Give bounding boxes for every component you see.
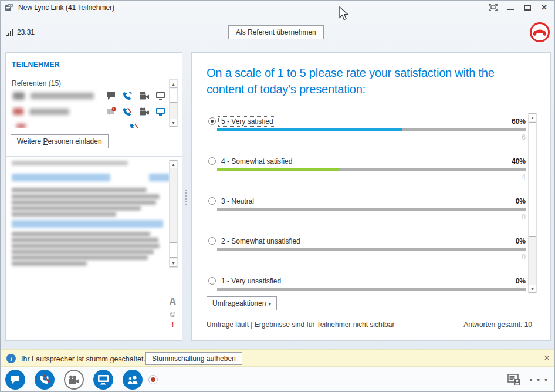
radio-button[interactable] [208, 237, 216, 245]
message-input[interactable]: A ☺ ! [6, 293, 182, 340]
participant-row[interactable] [6, 89, 183, 105]
poll-result-bar [217, 248, 526, 251]
poll-option: 3 - Neutral 0% 0 [208, 197, 526, 205]
poll-option-label[interactable]: 4 - Somewhat satisfied [219, 157, 295, 166]
chat-scrollbar[interactable]: ▲ ▼ [169, 160, 178, 268]
scroll-down-icon[interactable]: ▼ [170, 259, 177, 267]
scrollbar-thumb[interactable] [529, 122, 536, 237]
call-quality-icon [6, 29, 13, 36]
participant-avatar [13, 108, 23, 115]
poll-scrollbar[interactable]: ▲ ▼ [528, 113, 537, 293]
recording-indicator [148, 375, 158, 384]
minimize-icon[interactable] [507, 5, 514, 10]
notification-close-icon[interactable]: ✕ [544, 354, 550, 362]
scroll-down-icon[interactable]: ▼ [529, 285, 536, 293]
poll-option-percent: 60% [512, 117, 526, 126]
chat-message-blurred [12, 244, 160, 248]
hangup-phone-icon [533, 29, 546, 36]
video-camera-icon [139, 92, 149, 100]
participant-row[interactable] [6, 121, 183, 128]
invite-people-button[interactable]: Weitere Personen einladen [11, 134, 109, 148]
radio-button[interactable] [208, 197, 216, 205]
maximize-icon[interactable] [524, 5, 531, 11]
participants-chat-panel: TEILNEHMER Referenten (15) ! [5, 52, 182, 341]
people-icon [127, 375, 138, 385]
monitor-icon [97, 374, 109, 385]
chat-link-blurred [12, 220, 163, 228]
scroll-down-icon[interactable]: ▼ [170, 119, 177, 127]
svg-text:!: ! [113, 107, 114, 111]
phone-muted-icon [123, 107, 133, 116]
more-options-icon[interactable]: • • • [530, 375, 549, 384]
participant-avatar [13, 92, 25, 100]
im-icon [106, 92, 116, 100]
video-camera-icon [68, 375, 80, 385]
present-button[interactable] [93, 370, 113, 390]
scroll-up-icon[interactable]: ▲ [170, 160, 177, 168]
poll-option-percent: 40% [512, 157, 526, 165]
participant-name [29, 109, 69, 115]
call-controls-toolbar: • • • [1, 367, 555, 392]
chat-message-blurred [12, 261, 87, 266]
chat-link-blurred [12, 174, 110, 181]
radio-button[interactable] [208, 117, 216, 125]
chat-history[interactable]: ▲ ▼ [6, 156, 182, 292]
chat-message-blurred [12, 200, 156, 205]
contact-card-icon[interactable] [507, 374, 522, 386]
importance-icon[interactable]: ! [171, 320, 174, 329]
radio-button[interactable] [208, 157, 216, 165]
unmute-button[interactable]: Stummschaltung aufheben [145, 352, 242, 365]
participant-avatar [16, 124, 26, 128]
chat-message-blurred [12, 188, 147, 192]
take-presenter-button[interactable]: Als Referent übernehmen [228, 25, 324, 39]
phone-muted-icon [130, 123, 140, 128]
mute-notification-bar: i Ihr Lautsprecher ist stumm geschaltet.… [1, 349, 555, 367]
im-button[interactable] [5, 370, 25, 390]
participants-button[interactable] [123, 370, 143, 390]
chat-message-blurred [12, 238, 158, 242]
scrollbar-thumb[interactable] [170, 89, 177, 103]
participant-list[interactable]: ! [6, 89, 183, 128]
poll-option-percent: 0% [516, 237, 526, 245]
participants-panel-title: TEILNEHMER [12, 60, 60, 69]
radio-button[interactable] [208, 277, 216, 285]
poll-result-bar-fill [217, 128, 402, 131]
scroll-up-icon[interactable]: ▲ [529, 113, 536, 121]
poll-option-percent: 0% [516, 197, 526, 205]
lync-app-icon [5, 4, 13, 12]
poll-actions-button[interactable]: Umfrageaktionen▾ [207, 296, 277, 310]
info-icon: i [6, 354, 16, 363]
poll-option-label[interactable]: 5 - Very satisfied [219, 117, 276, 126]
panel-splitter-handle[interactable] [185, 190, 187, 208]
mute-call-button[interactable] [35, 370, 55, 390]
scrollbar-thumb[interactable] [170, 242, 177, 258]
video-button[interactable] [64, 370, 84, 390]
chat-message-blurred [12, 161, 128, 165]
close-icon[interactable]: ✕ [541, 4, 547, 11]
chat-message-blurred [12, 255, 148, 260]
font-format-icon[interactable]: A [170, 296, 177, 307]
participant-name [31, 93, 94, 99]
scroll-up-icon[interactable]: ▲ [170, 80, 177, 88]
poll-stage-panel: On a scale of 1 to 5 please rate your sa… [191, 52, 551, 341]
participant-row[interactable]: ! [6, 105, 183, 121]
participants-scrollbar[interactable]: ▲ ▼ [169, 79, 178, 127]
hangup-button[interactable] [530, 22, 550, 42]
monitor-icon [155, 92, 165, 100]
presenters-group-label: Referenten (15) [12, 79, 61, 87]
lync-meeting-window: New Lync Link (41 Teilnehmer) ✕ 23:31 Al… [0, 0, 555, 392]
poll-option-label[interactable]: 1 - Very unsatisfied [219, 276, 283, 286]
chat-message-blurred [12, 249, 154, 254]
poll-result-bar [217, 128, 526, 131]
title-bar: New Lync Link (41 Teilnehmer) ✕ [1, 1, 554, 15]
phone-muted-icon [39, 374, 50, 385]
phone-icon [123, 92, 133, 100]
poll-option-label[interactable]: 3 - Neutral [219, 197, 256, 206]
fullscreen-icon[interactable] [489, 4, 498, 11]
poll-option-label[interactable]: 2 - Somewhat unsatisfied [219, 236, 303, 246]
poll-option-count: 4 [522, 173, 526, 181]
poll-option: 5 - Very satisfied 60% 6 [208, 117, 526, 126]
chevron-down-icon: ▾ [268, 301, 271, 307]
emoticon-icon[interactable]: ☺ [168, 309, 177, 318]
poll-option-count: 0 [522, 253, 526, 261]
